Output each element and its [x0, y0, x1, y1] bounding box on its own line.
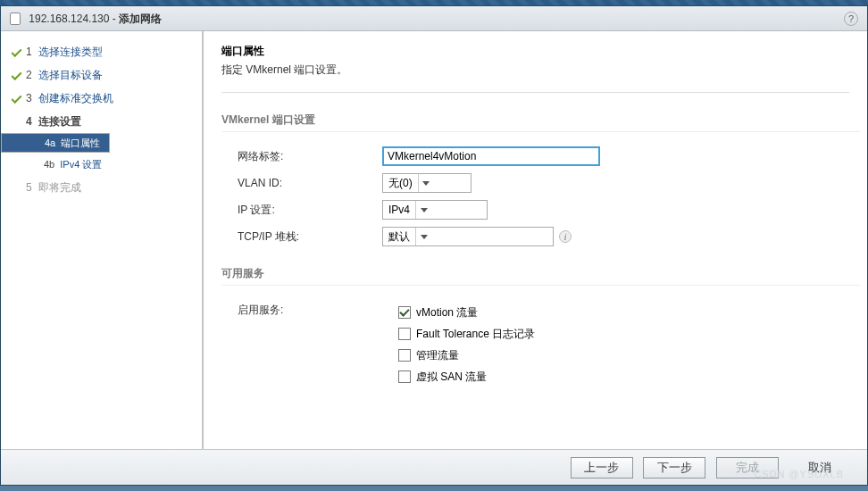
page-description: 端口属性 指定 VMkernel 端口设置。	[204, 31, 867, 87]
wizard-step-4b[interactable]: 4b IPv4 设置	[1, 153, 202, 176]
ip-setting-value: IPv4	[383, 204, 415, 216]
checkbox-icon	[398, 349, 411, 362]
dialog-title: 添加网络	[119, 12, 162, 25]
ip-setting-select[interactable]: IPv4	[382, 200, 488, 220]
check-icon	[10, 69, 22, 81]
cancel-button[interactable]: 取消	[789, 457, 851, 479]
divider	[221, 131, 860, 132]
network-label-input[interactable]	[382, 146, 600, 166]
wizard-step-4a[interactable]: 4a 端口属性	[1, 133, 110, 153]
vlan-id-select[interactable]: 无(0)	[382, 173, 472, 193]
tcpip-stack-value: 默认	[383, 229, 415, 245]
wizard-step-2[interactable]: 2 选择目标设备	[1, 63, 202, 87]
check-icon	[10, 46, 22, 58]
step3-link[interactable]: 创建标准交换机	[38, 91, 113, 106]
step2-link[interactable]: 选择目标设备	[38, 68, 103, 83]
step5-label: 即将完成	[38, 180, 81, 196]
dialog-footer: 上一步 下一步 完成 取消 CSDN @YSDXLB	[1, 449, 867, 485]
label-vlan: VLAN ID:	[221, 177, 382, 189]
svc-vsan-label: 虚拟 SAN 流量	[416, 370, 487, 385]
wizard-step-4: 4 连接设置	[1, 110, 202, 133]
info-icon[interactable]: i	[559, 230, 572, 243]
wizard-step-5: 5 即将完成	[1, 176, 202, 199]
label-ip: IP 设置:	[221, 203, 382, 218]
back-button[interactable]: 上一步	[571, 457, 633, 479]
svc-mgmt-checkbox[interactable]: 管理流量	[221, 345, 867, 366]
help-icon[interactable]: ?	[844, 12, 858, 26]
chevron-down-icon	[418, 174, 434, 192]
label-network-label: 网络标签:	[221, 149, 382, 164]
svc-ft-label: Fault Tolerance 日志记录	[416, 327, 535, 342]
main-panel: 端口属性 指定 VMkernel 端口设置。 VMkernel 端口设置 网络标…	[204, 31, 867, 449]
svc-ft-checkbox[interactable]: Fault Tolerance 日志记录	[221, 323, 867, 345]
next-button[interactable]: 下一步	[643, 457, 705, 479]
checkbox-icon	[398, 328, 411, 340]
label-tcpip: TCP/IP 堆栈:	[221, 229, 382, 245]
page-title: 端口属性	[221, 44, 849, 59]
step4-label: 连接设置	[38, 114, 81, 129]
tcpip-stack-select[interactable]: 默认	[382, 227, 554, 246]
svc-vsan-checkbox[interactable]: 虚拟 SAN 流量	[221, 366, 867, 387]
vlan-id-value: 无(0)	[383, 176, 418, 191]
finish-button: 完成	[716, 457, 779, 479]
step4b-link[interactable]: IPv4 设置	[60, 158, 102, 171]
wizard-step-1[interactable]: 1 选择连接类型	[1, 40, 202, 63]
checkbox-icon	[398, 370, 411, 383]
step4a-label: 端口属性	[61, 137, 100, 150]
wizard-step-3[interactable]: 3 创建标准交换机	[1, 87, 202, 110]
host-icon	[10, 12, 21, 25]
step1-link[interactable]: 选择连接类型	[38, 45, 103, 60]
dialog-titlebar: 192.168.124.130 - 添加网络 ?	[1, 6, 867, 31]
checkbox-icon	[398, 306, 411, 319]
add-network-dialog: 192.168.124.130 - 添加网络 ? 1 选择连接类型 2 选择目标…	[0, 5, 868, 486]
wizard-steps: 1 选择连接类型 2 选择目标设备 3 创建标准交换机 4 连接设置 4a 端口…	[1, 31, 202, 449]
page-subtitle: 指定 VMkernel 端口设置。	[221, 62, 849, 78]
svc-mgmt-label: 管理流量	[416, 348, 459, 363]
label-enable-services: 启用服务:	[221, 303, 382, 318]
section-services: 可用服务	[221, 266, 867, 281]
host-ip: 192.168.124.130	[29, 12, 109, 25]
chevron-down-icon	[415, 228, 431, 246]
svc-vmotion-label: vMotion 流量	[416, 305, 478, 320]
form-scroll[interactable]: VMkernel 端口设置 网络标签: VLAN ID: 无(0) IP 设置:	[204, 93, 867, 449]
chevron-down-icon	[415, 201, 431, 219]
check-icon	[10, 92, 22, 104]
divider	[221, 285, 860, 286]
section-vmk: VMkernel 端口设置	[221, 112, 867, 128]
